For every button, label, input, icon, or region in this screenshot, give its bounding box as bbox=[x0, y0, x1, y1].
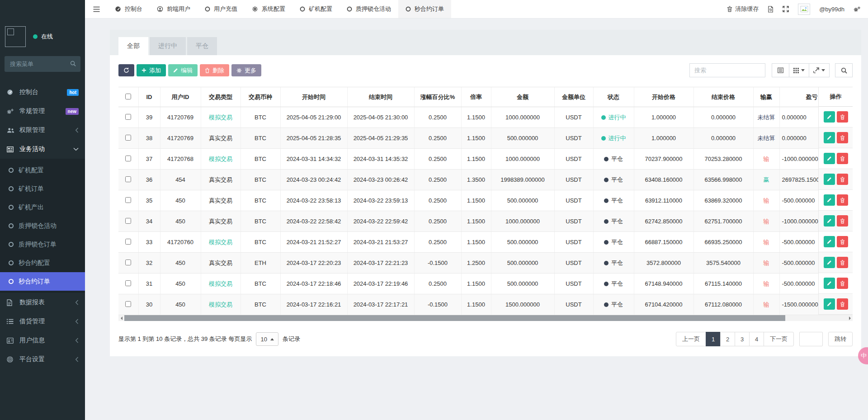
nav-item-user-recharge[interactable]: 用户充值 bbox=[198, 0, 245, 18]
cell-start-time: 2025-04-05 21:29:00 bbox=[280, 107, 347, 128]
sidebar-subitem-seconds-order[interactable]: 秒合约订单 bbox=[0, 272, 85, 291]
delete-row-button[interactable] bbox=[837, 132, 848, 143]
edit-button[interactable]: 编辑 bbox=[168, 64, 198, 76]
user-avatar[interactable] bbox=[798, 4, 810, 15]
add-button[interactable]: 添加 bbox=[137, 64, 166, 76]
cell-amount: 500.000000 bbox=[491, 232, 554, 253]
row-checkbox[interactable] bbox=[125, 114, 131, 120]
edit-row-button[interactable] bbox=[824, 257, 835, 268]
sidebar-item-console[interactable]: 控制台hot bbox=[0, 83, 85, 102]
row-checkbox[interactable] bbox=[125, 301, 131, 307]
edit-row-button[interactable] bbox=[824, 236, 835, 247]
next-page-button[interactable]: 下一页 bbox=[764, 332, 794, 346]
delete-row-button[interactable] bbox=[837, 298, 848, 310]
sidebar-subitem-miner-order[interactable]: 矿机订单 bbox=[0, 179, 85, 198]
delete-row-button[interactable] bbox=[837, 194, 848, 206]
prev-page-button[interactable]: 上一页 bbox=[676, 332, 706, 346]
delete-row-button[interactable] bbox=[837, 257, 848, 268]
scrollbar-thumb[interactable] bbox=[124, 315, 785, 321]
sidebar-item-userinfo[interactable]: 用户信息 bbox=[0, 331, 85, 350]
page-3-button[interactable]: 3 bbox=[735, 332, 750, 346]
row-checkbox[interactable] bbox=[125, 156, 131, 161]
edit-row-button[interactable] bbox=[824, 298, 835, 310]
edit-row-button[interactable] bbox=[824, 174, 835, 185]
nav-item-miner-config[interactable]: 矿机配置 bbox=[292, 0, 340, 18]
delete-row-button[interactable] bbox=[837, 174, 848, 185]
scroll-left-arrow[interactable] bbox=[118, 315, 124, 321]
page-4-button[interactable]: 4 bbox=[749, 332, 764, 346]
sidebar-item-business[interactable]: 业务活动 bbox=[0, 140, 85, 159]
nav-item-label: 质押锁仓活动 bbox=[356, 5, 391, 13]
circle-icon bbox=[9, 223, 14, 228]
delete-row-button[interactable] bbox=[837, 278, 848, 289]
delete-row-button[interactable] bbox=[837, 215, 848, 227]
sidebar-search-input[interactable] bbox=[5, 56, 80, 72]
scroll-right-arrow[interactable] bbox=[847, 315, 853, 321]
more-button[interactable]: 更多 bbox=[231, 64, 261, 76]
clear-cache-button[interactable]: 清除缓存 bbox=[727, 5, 759, 13]
row-checkbox[interactable] bbox=[125, 218, 131, 224]
table-search-input[interactable] bbox=[689, 63, 765, 77]
sidebar-item-permission[interactable]: 权限管理 bbox=[0, 121, 85, 140]
sidebar-subitem-pledge-activity[interactable]: 质押锁仓活动 bbox=[0, 217, 85, 235]
tab-running[interactable]: 进行中 bbox=[150, 37, 186, 55]
delete-row-button[interactable] bbox=[837, 153, 848, 164]
row-checkbox[interactable] bbox=[125, 239, 131, 245]
fullscreen-icon[interactable] bbox=[783, 6, 789, 12]
paging-toggle-button[interactable] bbox=[772, 63, 789, 77]
refresh-page-icon[interactable] bbox=[768, 6, 774, 13]
edit-row-button[interactable] bbox=[824, 278, 835, 289]
row-checkbox[interactable] bbox=[125, 197, 131, 203]
nav-item-front-user[interactable]: 前端用户 bbox=[150, 0, 198, 18]
hamburger-icon[interactable] bbox=[85, 0, 108, 18]
columns-button[interactable] bbox=[789, 63, 809, 77]
select-all-checkbox[interactable] bbox=[125, 94, 131, 99]
settings-gears-icon[interactable] bbox=[854, 6, 861, 13]
sidebar-subitem-seconds-config[interactable]: 秒合约配置 bbox=[0, 254, 85, 272]
sidebar-subitem-miner-config[interactable]: 矿机配置 bbox=[0, 161, 85, 179]
edit-row-button[interactable] bbox=[824, 153, 835, 164]
cell-rate: 1.3500 bbox=[461, 170, 491, 190]
edit-row-button[interactable] bbox=[824, 111, 835, 123]
jump-button[interactable]: 跳转 bbox=[828, 332, 853, 346]
delete-row-button[interactable] bbox=[837, 111, 848, 123]
chevron-down-icon bbox=[73, 147, 79, 151]
username[interactable]: @by99dh bbox=[819, 6, 844, 13]
jump-page-input[interactable] bbox=[799, 332, 823, 346]
tab-all[interactable]: 全部 bbox=[118, 37, 148, 55]
edit-row-button[interactable] bbox=[824, 132, 835, 143]
cell-result: 输 bbox=[753, 232, 779, 253]
toolbar: 添加 编辑 删除 更多 bbox=[118, 63, 853, 77]
content-card: 全部进行中平仓 添加 编辑 删除 更多 bbox=[110, 30, 861, 356]
nav-item-pledge-activity[interactable]: 质押锁仓活动 bbox=[340, 0, 398, 18]
tab-closed[interactable]: 平仓 bbox=[187, 37, 217, 55]
export-button[interactable] bbox=[809, 63, 830, 77]
cell-trade-type: 真实交易 bbox=[201, 253, 241, 274]
page-1-button[interactable]: 1 bbox=[706, 332, 721, 346]
row-checkbox[interactable] bbox=[125, 260, 131, 265]
sidebar-subitem-miner-output[interactable]: 矿机产出 bbox=[0, 198, 85, 217]
sidebar-item-platform[interactable]: 平台设置 bbox=[0, 350, 85, 369]
delete-button[interactable]: 删除 bbox=[200, 64, 229, 76]
edit-row-button[interactable] bbox=[824, 194, 835, 206]
page-2-button[interactable]: 2 bbox=[720, 332, 735, 346]
edit-row-button[interactable] bbox=[824, 215, 835, 227]
page-size-select[interactable]: 10 bbox=[256, 332, 278, 346]
sidebar-item-report[interactable]: 数据报表 bbox=[0, 293, 85, 312]
nav-item-system-config[interactable]: 系统配置 bbox=[245, 0, 292, 18]
cell-result: 输 bbox=[753, 253, 779, 274]
sidebar-item-loan[interactable]: 借贷管理 bbox=[0, 312, 85, 331]
circle-icon bbox=[347, 6, 352, 12]
nav-item-console[interactable]: 控制台 bbox=[108, 0, 150, 18]
row-checkbox[interactable] bbox=[125, 280, 131, 286]
horizontal-scrollbar[interactable] bbox=[118, 315, 853, 321]
cell-percent: 0.2500 bbox=[414, 232, 461, 253]
delete-row-button[interactable] bbox=[837, 236, 848, 247]
search-submit-button[interactable] bbox=[835, 63, 853, 77]
row-checkbox[interactable] bbox=[125, 176, 131, 182]
refresh-button[interactable] bbox=[118, 64, 134, 76]
sidebar-item-general[interactable]: 常规管理new bbox=[0, 102, 85, 121]
row-checkbox[interactable] bbox=[125, 135, 131, 141]
sidebar-subitem-pledge-order[interactable]: 质押锁仓订单 bbox=[0, 235, 85, 254]
nav-item-seconds-order[interactable]: 秒合约订单 bbox=[398, 0, 451, 18]
